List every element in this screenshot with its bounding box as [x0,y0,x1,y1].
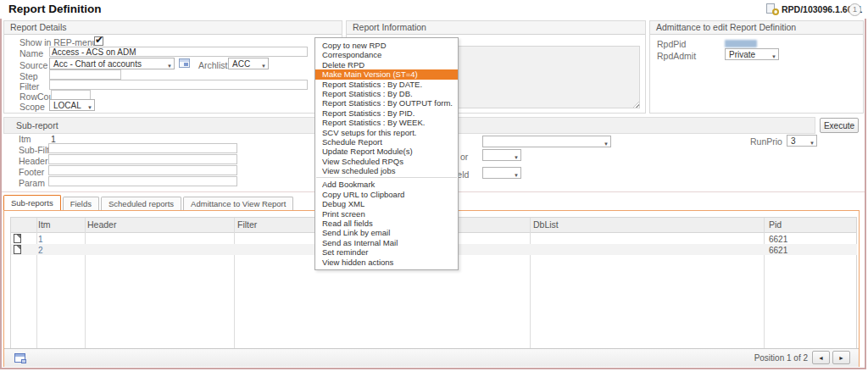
tab-admittance-view-report[interactable]: Admittance to View Report [183,197,293,210]
lookup-cell-icon [184,63,188,66]
partial-label-or: or [460,152,468,162]
document-icon[interactable] [14,234,21,243]
source-lookup-icon[interactable] [179,58,190,68]
chevron-down-icon: ▼ [810,138,815,148]
rpdadmit-label: RpdAdmit [657,51,696,61]
column-header-pid: Pid [769,219,782,230]
itm-label: Itm [19,134,31,144]
source-select[interactable]: Acc - Chart of accounts▼ [49,58,175,69]
filter-field[interactable] [49,80,308,90]
menu-item[interactable]: Report Statistics : By WEEK. [315,118,458,127]
menu-item[interactable]: View scheduled jobs [315,166,458,175]
admittance-panel: Admittance to edit Report Definition Rpd… [649,20,864,114]
report-details-panel: Report Details Show in REP-menu ✔ Name S… [3,20,342,114]
prev-page-button[interactable]: ◄ [812,351,830,364]
chevron-down-icon: ▼ [771,52,776,62]
rpdpid-value [725,40,757,47]
archlist-label: Archlist [198,60,227,70]
grid-overlay-icon [21,359,26,363]
menu-item[interactable]: Print screen [315,209,458,219]
page-title: Report Definition [8,3,102,15]
report-document-search-icon[interactable] [765,3,779,16]
execute-button[interactable]: Execute [820,118,859,133]
footer-field[interactable] [48,165,237,175]
count-badge[interactable]: 1 [849,3,861,16]
menu-item[interactable]: Copy to new RPD [315,41,458,50]
menu-item[interactable]: Add Bookmark [315,180,458,189]
param-field[interactable] [48,176,237,186]
grid-view-icon[interactable] [14,353,25,363]
rpdadmit-select[interactable]: Private▼ [725,48,779,60]
rpdpid-label: RpdPid [657,39,686,49]
subreport-output-select[interactable]: ▼ [482,136,611,147]
checkmark-icon: ✔ [95,34,103,46]
menu-item[interactable]: Delete RPD [315,60,458,69]
menu-item[interactable]: Set reminder [315,247,458,257]
scope-label: Scope [19,102,45,112]
row-itm-link[interactable]: 1 [38,235,43,244]
scope-value: LOCAL [53,101,81,110]
subreport-header-field[interactable] [48,154,237,164]
tab-sub-reports[interactable]: Sub-reports [3,195,61,210]
position-indicator: Position 1 of 2 [733,353,808,363]
menu-item[interactable]: Read all fields [315,219,458,228]
runprio-select[interactable]: 3▼ [787,135,817,147]
archlist-value: ACC [232,59,250,69]
tab-scheduled-reports[interactable]: Scheduled reports [101,197,181,210]
document-icon[interactable] [14,245,21,254]
runprio-value: 3 [791,136,796,146]
next-page-button[interactable]: ► [832,351,850,364]
scope-select[interactable]: LOCAL▼ [49,99,95,111]
source-value: Acc - Chart of accounts [53,59,142,69]
rpdadmit-value: Private [729,50,755,59]
row-pid-value: 6621 [769,235,787,244]
archlist-select[interactable]: ACC▼ [228,58,269,69]
chevron-down-icon: ▼ [604,139,609,149]
report-definition-page: Report Definition RPD/103096.1.6621 1 Re… [0,0,868,377]
step-label: Step [19,71,38,81]
menu-item[interactable]: Update Report Module(s) [315,147,458,156]
column-header-dblist: DbList [533,219,559,230]
tab-bar: Sub-reports Fields Scheduled reports Adm… [3,195,293,210]
menu-item[interactable]: Copy URL to Clipboard [315,190,458,199]
chevron-down-icon: ▼ [167,61,172,71]
report-details-title: Report Details [4,21,342,35]
menu-item[interactable]: Send Link by email [315,228,458,237]
menu-item[interactable]: Report Statistics : By DATE. [315,80,458,89]
subreport-header-label: Header [19,156,47,166]
chevron-down-icon: ▼ [514,170,519,180]
chevron-down-icon: ▼ [87,103,92,113]
menu-item[interactable]: Report Statistics : By DB. [315,89,458,98]
name-field[interactable] [49,47,308,57]
subreport-field-select[interactable]: ▼ [482,167,521,179]
menu-item[interactable]: Report Statistics : By OUTPUT form. [315,98,458,108]
chevron-down-icon: ▼ [514,152,519,163]
context-menu: Copy to new RPD Correspondance Delete RP… [314,37,459,270]
step-field[interactable] [49,69,121,80]
menu-item[interactable]: View Scheduled RPQs [315,157,458,166]
chevron-down-icon: ▼ [261,61,266,71]
source-label: Source [19,60,47,70]
report-information-title: Report Information [347,21,645,35]
magnifier-icon [772,8,779,15]
menu-item[interactable]: Debug XML [315,199,458,208]
footer-label: Footer [19,167,44,177]
subfilter-field[interactable] [48,143,237,153]
menu-item[interactable]: SCV setups for this report. [315,128,458,137]
menu-item[interactable]: Schedule Report [315,137,458,147]
menu-item[interactable]: Report Statistics : By PID. [315,108,458,118]
menu-item[interactable]: View hidden actions [315,258,458,267]
arrow-right-icon: ► [838,355,844,361]
name-label: Name [19,48,43,58]
subreport-or-select[interactable]: ▼ [482,149,521,161]
filter-label: Filter [19,81,39,91]
row-pid-value: 6621 [769,246,787,255]
menu-item-highlighted[interactable]: Make Main Version (ST=4) [315,69,458,79]
param-label: Param [19,178,45,188]
tab-fields[interactable]: Fields [63,197,99,210]
menu-item[interactable]: Correspondance [315,50,458,59]
column-header-filter: Filter [237,219,257,230]
menu-item[interactable]: Send as Internal Mail [315,238,458,247]
row-itm-link[interactable]: 2 [38,246,43,255]
show-in-rep-menu-checkbox[interactable]: ✔ [94,36,103,46]
